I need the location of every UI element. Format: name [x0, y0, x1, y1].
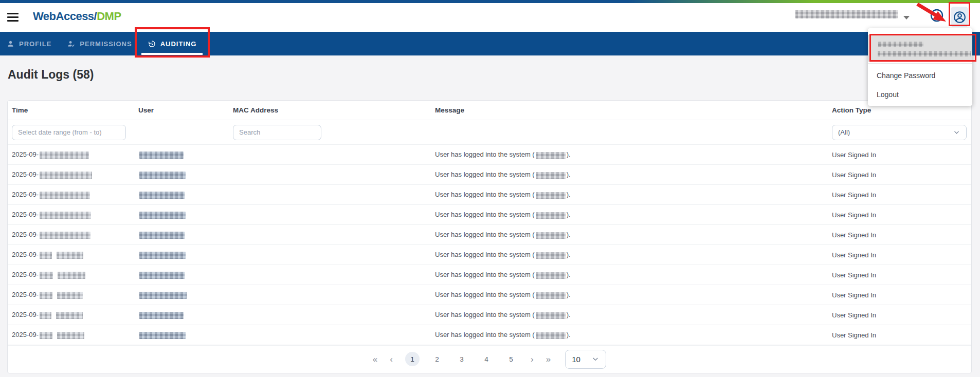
chevron-down-icon — [591, 355, 600, 363]
account-name-redacted[interactable] — [794, 10, 897, 18]
cell-user — [138, 231, 233, 239]
redacted-user-name — [139, 172, 186, 179]
tab-label: AUDITING — [160, 40, 197, 48]
page-size-select[interactable]: 10 — [565, 350, 606, 369]
pagination-page-5[interactable]: 5 — [504, 352, 518, 366]
redacted-user-name — [139, 312, 184, 319]
cell-action-type: User Signed In — [832, 151, 971, 159]
table-row: 2025-09- User has logged into the system… — [8, 145, 971, 165]
table-body: 2025-09- User has logged into the system… — [8, 145, 971, 345]
column-header-action-type: Action Type — [832, 106, 971, 114]
date-range-input[interactable] — [12, 125, 126, 140]
tab-permissions[interactable]: PERMISSIONS — [61, 32, 138, 55]
cell-user — [138, 311, 233, 319]
pagination-page-3[interactable]: 3 — [455, 352, 469, 366]
redacted-user-email — [878, 51, 971, 56]
redacted-user-name — [878, 42, 923, 47]
cell-user — [138, 171, 233, 179]
menu-divider — [868, 63, 972, 64]
cell-message: User has logged into the system (). — [435, 191, 832, 198]
pagination: « ‹ 12345 › » 10 — [8, 345, 971, 372]
cell-message: User has logged into the system (). — [435, 211, 832, 218]
redaction-block — [40, 292, 52, 299]
table-row: 2025-09- User has logged into the system… — [8, 325, 971, 345]
account-circle-button[interactable] — [951, 7, 968, 27]
pagination-prev-button[interactable]: ‹ — [390, 355, 393, 364]
table-header-row: Time User MAC Address Message Action Typ… — [8, 101, 971, 120]
cell-time: 2025-09- — [12, 231, 138, 239]
tab-profile[interactable]: PROFILE — [0, 32, 58, 55]
table-row: 2025-09- User has logged into the system… — [8, 205, 971, 225]
cell-action-type: User Signed In — [832, 171, 971, 179]
redaction-block — [40, 332, 52, 339]
pagination-next-button[interactable]: › — [531, 355, 534, 364]
cell-time: 2025-09- — [12, 251, 138, 259]
chevron-down-icon — [953, 128, 960, 136]
table-row: 2025-09- User has logged into the system… — [8, 285, 971, 305]
redacted-user-name — [139, 292, 187, 299]
redaction-block — [57, 292, 83, 299]
redaction-block — [58, 272, 85, 279]
redaction-block — [40, 272, 53, 279]
cell-message: User has logged into the system (). — [435, 171, 832, 178]
cell-message: User has logged into the system (). — [435, 291, 832, 298]
redaction-block — [40, 312, 51, 319]
history-icon — [148, 40, 156, 48]
action-type-selected-value: (All) — [838, 128, 850, 136]
redacted-user-name — [139, 152, 184, 159]
pagination-page-4[interactable]: 4 — [479, 352, 494, 366]
audit-log-table-card: Time User MAC Address Message Action Typ… — [7, 100, 972, 373]
logo-text-webaccess: WebAccess/ — [33, 10, 97, 23]
cell-time: 2025-09- — [12, 191, 138, 199]
column-header-message: Message — [435, 106, 832, 114]
table-filter-row: (All) — [8, 120, 971, 145]
cell-action-type: User Signed In — [832, 251, 971, 259]
pagination-page-1[interactable]: 1 — [405, 352, 420, 366]
menu-item-change-password[interactable]: Change Password — [877, 71, 935, 80]
table-row: 2025-09- User has logged into the system… — [8, 165, 971, 185]
tab-label: PROFILE — [19, 40, 51, 48]
page-title: Audit Logs (58) — [8, 68, 94, 82]
table-row: 2025-09- User has logged into the system… — [8, 265, 971, 285]
account-caret-icon[interactable] — [903, 16, 910, 20]
pagination-page-2[interactable]: 2 — [430, 352, 444, 366]
cell-time: 2025-09- — [12, 291, 138, 299]
user-dropdown-menu: Change Password Logout — [868, 28, 972, 106]
table-row: 2025-09- User has logged into the system… — [8, 305, 971, 325]
redaction-block — [57, 332, 84, 339]
redacted-ip — [536, 332, 566, 339]
cell-action-type: User Signed In — [832, 211, 971, 219]
cell-user — [138, 271, 233, 279]
redacted-ip — [536, 212, 566, 219]
cell-message: User has logged into the system (). — [435, 251, 832, 258]
cell-user — [138, 331, 233, 339]
redacted-user-name — [139, 332, 186, 339]
redacted-ip — [536, 232, 566, 239]
redacted-user-name — [139, 192, 185, 199]
redaction-block — [40, 252, 52, 259]
mac-search-input[interactable] — [233, 125, 321, 140]
cell-time: 2025-09- — [12, 311, 138, 319]
column-header-user: User — [138, 106, 233, 114]
pagination-last-button[interactable]: » — [546, 355, 551, 364]
redaction-block — [40, 212, 91, 219]
cell-time: 2025-09- — [12, 331, 138, 339]
redacted-ip — [536, 252, 566, 259]
cell-action-type: User Signed In — [832, 311, 971, 319]
user-menu-account-info-redacted — [868, 35, 972, 62]
menu-item-logout[interactable]: Logout — [877, 90, 899, 99]
account-circle-icon — [953, 10, 967, 24]
cell-user — [138, 251, 233, 259]
action-type-select[interactable]: (All) — [832, 125, 967, 140]
redacted-user-name — [139, 212, 186, 219]
section-nav-bar: PROFILE PERMISSIONS AUDITING — [0, 32, 980, 55]
cell-action-type: User Signed In — [832, 331, 971, 339]
pagination-first-button[interactable]: « — [373, 355, 377, 364]
hamburger-menu-icon[interactable] — [7, 13, 20, 22]
cell-user — [138, 150, 233, 159]
tab-auditing[interactable]: AUDITING — [141, 32, 203, 55]
help-icon[interactable]: ? — [930, 9, 943, 22]
redaction-block — [56, 312, 83, 319]
top-bar: WebAccess/DMP ? — [0, 3, 980, 32]
redacted-ip — [536, 292, 566, 299]
